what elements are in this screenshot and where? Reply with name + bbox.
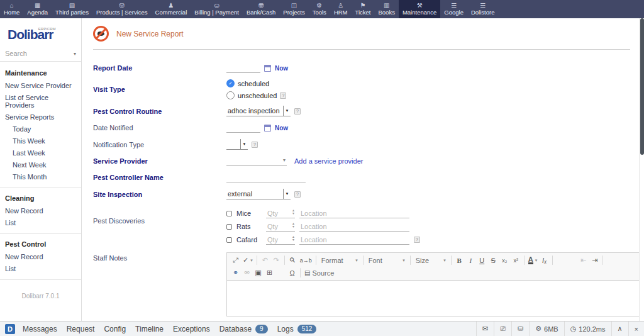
source-button[interactable]: ▤ Source: [303, 267, 335, 278]
debugbar-request[interactable]: Request: [67, 325, 95, 333]
nav-tab-third-parties[interactable]: ▤ Third parties: [52, 0, 92, 18]
bullet-list-icon[interactable]: [567, 255, 577, 266]
align-right-icon[interactable]: [628, 255, 639, 266]
qty-stepper[interactable]: ▴▾: [292, 235, 294, 242]
bold-icon[interactable]: B: [454, 255, 465, 266]
help-icon[interactable]: ?: [294, 191, 301, 198]
mail-icon[interactable]: ✉: [476, 322, 494, 336]
spellcheck-icon[interactable]: ✓ ▾: [242, 255, 254, 266]
replace-icon[interactable]: a→b: [299, 255, 313, 266]
special-char-icon[interactable]: Ω: [287, 267, 297, 278]
nav-tab-dolistore[interactable]: ☰ Dolistore: [467, 0, 499, 18]
pest-location-input[interactable]: [299, 221, 409, 232]
visit-type-scheduled-radio[interactable]: ✓: [226, 79, 235, 87]
qty-stepper[interactable]: ▴▾: [292, 222, 294, 228]
align-center-icon[interactable]: [617, 255, 628, 266]
pest-checkbox[interactable]: [226, 237, 232, 243]
date-notified-now-link[interactable]: Now: [275, 125, 288, 132]
nav-tab-hrm[interactable]: ♙ HRM: [330, 0, 352, 18]
unlink-icon[interactable]: ⚮: [242, 267, 252, 278]
debugbar-messages[interactable]: Messages: [23, 325, 57, 333]
qty-stepper[interactable]: ▴▾: [292, 209, 294, 215]
scrollbar-thumb[interactable]: [640, 18, 644, 155]
sidebar-item-pest-control-new-record[interactable]: New Record: [0, 250, 81, 262]
strikethrough-icon[interactable]: S: [488, 255, 499, 266]
sidebar-item-new-service-provider[interactable]: New Service Provider: [0, 79, 81, 91]
report-date-now-link[interactable]: Now: [275, 65, 288, 72]
superscript-icon[interactable]: x²: [511, 255, 521, 266]
sidebar-item-today[interactable]: Today: [0, 123, 81, 135]
debugbar-config[interactable]: Config: [104, 325, 126, 333]
report-date-input[interactable]: [226, 63, 260, 73]
maximize-icon[interactable]: ⤢: [230, 255, 241, 266]
debugbar-logs[interactable]: Logs 512: [277, 325, 317, 333]
nav-tab-agenda[interactable]: ▦ Agenda: [23, 0, 52, 18]
help-icon[interactable]: ?: [294, 108, 301, 115]
service-provider-combobox[interactable]: ▾: [226, 156, 287, 166]
help-icon[interactable]: ?: [280, 92, 286, 99]
pest-location-input[interactable]: [299, 208, 409, 218]
indent-icon[interactable]: ⇥: [589, 255, 600, 266]
nav-tab-ticket[interactable]: ⚑ Ticket: [352, 0, 375, 18]
pest-qty-input[interactable]: [266, 221, 295, 232]
calendar-icon[interactable]: [264, 125, 271, 132]
sidebar-item-cleaning-list[interactable]: List: [0, 216, 81, 228]
nav-tab-google[interactable]: ☰ Google: [440, 0, 467, 18]
monitor-icon[interactable]: ⎚: [494, 322, 511, 336]
notification-type-select[interactable]: ▼: [226, 139, 248, 150]
pest-controller-name-input[interactable]: [226, 172, 306, 182]
memory-usage[interactable]: ⚙ 6MB: [529, 322, 564, 336]
undo-icon[interactable]: ↶: [260, 255, 270, 266]
chevron-down-icon[interactable]: ▾: [74, 51, 76, 57]
nav-tab-maintenance[interactable]: ⚒ Maintenance: [399, 0, 440, 18]
add-service-provider-link[interactable]: Add a service provider: [294, 157, 363, 165]
align-left-icon[interactable]: [606, 255, 616, 266]
request-time[interactable]: ◷ 120.2ms: [564, 322, 611, 336]
debugbar-exceptions[interactable]: Exceptions: [173, 325, 210, 333]
nav-tab-bank-cash[interactable]: ⛃ Bank/Cash: [243, 0, 279, 18]
sidebar-item-list-of-service-providers[interactable]: List of Service Providers: [0, 91, 81, 111]
nav-tab-books[interactable]: ▥ Books: [375, 0, 399, 18]
image-icon[interactable]: ▣: [253, 267, 264, 278]
text-color-icon[interactable]: A ▾: [527, 255, 538, 266]
format-select[interactable]: Format ▾: [319, 255, 360, 266]
numbered-list-icon[interactable]: [555, 255, 566, 266]
remove-format-icon[interactable]: Iₓ: [539, 255, 550, 266]
outdent-icon[interactable]: ⇤: [578, 255, 589, 266]
pest-qty-input[interactable]: [266, 235, 295, 245]
sidebar-item-service-reports[interactable]: Service Reports: [0, 111, 81, 123]
close-icon[interactable]: ×: [628, 322, 644, 336]
pest-checkbox[interactable]: [226, 211, 232, 216]
search-input[interactable]: [5, 50, 65, 57]
sidebar-item-this-week[interactable]: This Week: [0, 135, 81, 147]
find-icon[interactable]: ⚲: [287, 255, 298, 266]
nav-tab-tools[interactable]: ⚙ Tools: [309, 0, 330, 18]
pest-qty-input[interactable]: [266, 208, 295, 218]
debugbar-database[interactable]: Database 9: [219, 325, 268, 333]
italic-icon[interactable]: I: [465, 255, 476, 266]
link-icon[interactable]: ⚭: [230, 267, 241, 278]
nav-tab-projects[interactable]: ◫ Projects: [279, 0, 308, 18]
site-inspection-select[interactable]: external ▼: [226, 189, 291, 199]
sidebar-item-cleaning-new-record[interactable]: New Record: [0, 204, 81, 216]
nav-tab-home[interactable]: ⌂ Home: [0, 0, 23, 18]
vertical-scrollbar[interactable]: [639, 18, 644, 336]
database-icon[interactable]: ⛁: [511, 322, 529, 336]
underline-icon[interactable]: U: [477, 255, 487, 266]
pest-checkbox[interactable]: [226, 224, 232, 230]
help-icon[interactable]: ?: [252, 142, 258, 148]
redo-icon[interactable]: ↷: [271, 255, 282, 266]
font-select[interactable]: Font ▾: [366, 255, 408, 266]
calendar-icon[interactable]: [264, 65, 271, 72]
horizontal-rule-icon[interactable]: [275, 267, 286, 278]
staff-notes-editarea[interactable]: [227, 280, 644, 316]
sidebar-item-last-week[interactable]: Last Week: [0, 147, 81, 159]
collapse-icon[interactable]: ∧: [611, 322, 628, 336]
size-select[interactable]: Size ▾: [413, 255, 448, 266]
date-notified-input[interactable]: [226, 123, 260, 133]
sidebar-item-next-week[interactable]: Next Week: [0, 159, 81, 171]
sidebar-item-pest-control-list[interactable]: List: [0, 262, 81, 274]
sidebar-item-this-month[interactable]: This Month: [0, 171, 81, 182]
table-icon[interactable]: ⊞: [264, 267, 275, 278]
nav-tab-commercial[interactable]: ♟ Commercial: [152, 0, 191, 18]
